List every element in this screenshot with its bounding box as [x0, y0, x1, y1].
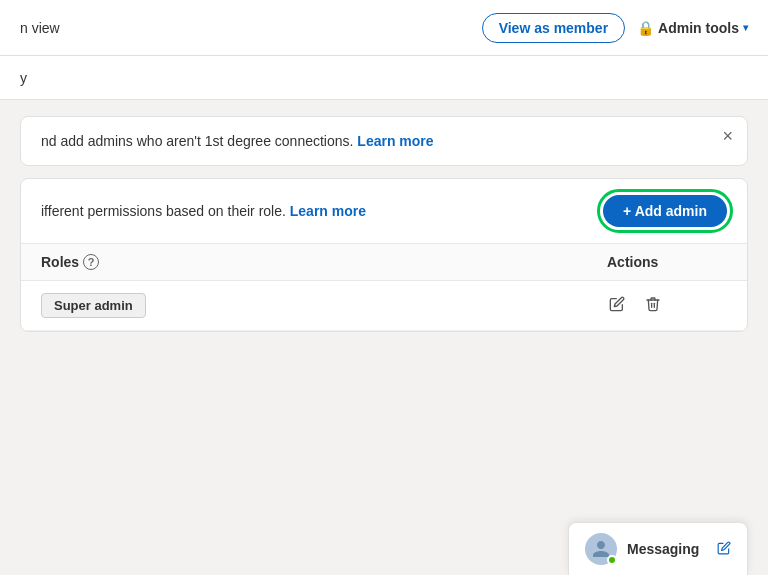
info-banner-close-button[interactable]: ×: [722, 127, 733, 145]
admin-table-header: Roles ? Actions: [21, 244, 747, 281]
info-banner: nd add admins who aren't 1st degree conn…: [20, 116, 748, 166]
actions-cell: [607, 294, 727, 318]
col-actions-header: Actions: [607, 254, 727, 270]
view-as-member-button[interactable]: View as member: [482, 13, 625, 43]
top-bar-left-text: n view: [20, 20, 60, 36]
avatar: [585, 533, 617, 565]
role-cell: Super admin: [41, 293, 607, 318]
chevron-down-icon: ▾: [743, 22, 748, 33]
col-roles-header: Roles ?: [41, 254, 607, 270]
secondary-bar-text: y: [20, 70, 27, 86]
main-content: nd add admins who aren't 1st degree conn…: [0, 100, 768, 348]
info-banner-text: nd add admins who aren't 1st degree conn…: [41, 133, 353, 149]
delete-admin-button[interactable]: [643, 294, 663, 318]
admin-card-header: ifferent permissions based on their role…: [21, 179, 747, 244]
admin-tools-button[interactable]: 🔒 Admin tools ▾: [637, 20, 748, 36]
admin-management-card: ifferent permissions based on their role…: [20, 178, 748, 332]
edit-admin-button[interactable]: [607, 294, 627, 318]
online-indicator: [607, 555, 617, 565]
roles-help-icon[interactable]: ?: [83, 254, 99, 270]
top-bar: n view View as member 🔒 Admin tools ▾: [0, 0, 768, 56]
admin-table: Roles ? Actions Super admin: [21, 244, 747, 331]
add-admin-button[interactable]: + Add admin: [603, 195, 727, 227]
info-banner-learn-more-link[interactable]: Learn more: [357, 133, 433, 149]
messaging-label: Messaging: [627, 541, 707, 557]
admin-card-learn-more-link[interactable]: Learn more: [290, 203, 366, 219]
top-bar-right: View as member 🔒 Admin tools ▾: [482, 13, 748, 43]
admin-tools-label: Admin tools: [658, 20, 739, 36]
messaging-widget[interactable]: Messaging: [568, 522, 748, 575]
role-badge: Super admin: [41, 293, 146, 318]
compose-icon[interactable]: [717, 541, 731, 558]
secondary-nav-bar: y: [0, 56, 768, 100]
table-row: Super admin: [21, 281, 747, 331]
admin-card-header-text: ifferent permissions based on their role…: [41, 203, 366, 219]
lock-icon: 🔒: [637, 20, 654, 36]
